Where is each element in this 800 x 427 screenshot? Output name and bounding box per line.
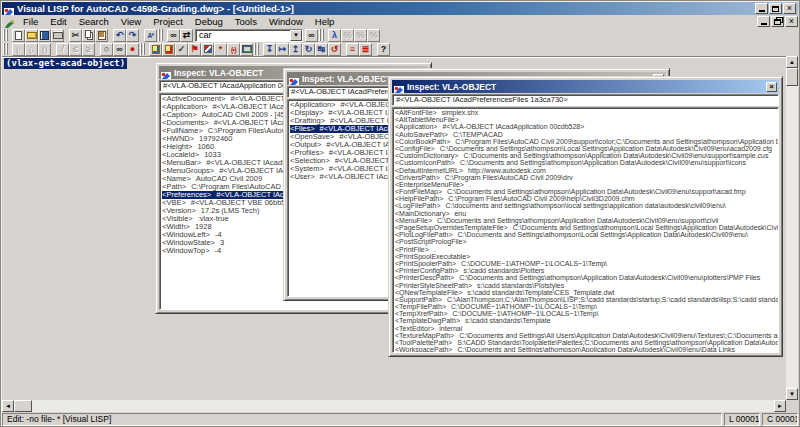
check-selection-button[interactable]: ⚑ (188, 43, 201, 56)
inspect-row[interactable]: <QNewTemplateFile>s:\cadd standards\Temp… (395, 289, 614, 296)
redo-button[interactable]: ↷ (126, 29, 139, 42)
menu-window[interactable]: Window (263, 15, 309, 28)
undo-button[interactable]: ↶ (113, 29, 126, 42)
close-icon[interactable]: × (766, 82, 777, 92)
select-expression-button[interactable]: ( ) (38, 43, 51, 56)
trace-button[interactable]: ● (126, 43, 139, 56)
scroll-right-button[interactable]: ► (774, 400, 786, 412)
menu-project[interactable]: Project (147, 15, 189, 28)
menu-debug[interactable]: Debug (189, 15, 229, 28)
add-watch-button[interactable]: ∞ (113, 43, 126, 56)
new-file-button[interactable] (12, 29, 25, 42)
reset-debug-button[interactable]: ↺ (328, 43, 341, 56)
inspect-row[interactable]: <PrinterConfigPath>s:\cadd standards\Plo… (395, 267, 544, 274)
vertical-scroll-thumb[interactable] (786, 68, 798, 86)
inspect-row[interactable]: <LogFilePath>C:\documents and settings\a… (395, 202, 726, 209)
inspect-row[interactable]: <TempFilePath>C:\DOCUME~1\ATHOMP~1\LOCAL… (395, 303, 597, 310)
help-button[interactable]: ? (377, 43, 390, 56)
close-button[interactable]: × (783, 3, 796, 14)
inspect-row[interactable]: <PageSetupOverridesTemplateFile>C:\Docum… (395, 224, 779, 231)
find-button[interactable]: ∞ (167, 29, 180, 42)
complete-word-button[interactable]: λ (328, 29, 341, 42)
complete-undo-button[interactable]: A* (144, 29, 157, 42)
trace-stack-button[interactable]: ≡ (346, 43, 359, 56)
horizontal-scroll-thumb[interactable] (14, 400, 32, 412)
inspect-row[interactable]: <ToolPalettePath>S:\CADD Standards\Toolp… (395, 339, 779, 346)
bookmark-next-button[interactable]: % (354, 29, 367, 42)
step-into-button[interactable]: ↧ (263, 43, 276, 56)
inspect-row[interactable]: <SupportPath>C:\AlanThompson;C:\AlanThom… (395, 296, 779, 303)
inspect-row[interactable]: <PrintSpoolExecutable> (395, 253, 475, 260)
inspect-row[interactable]: <PrintSpoolerPath>C:\DOCUME~1\ATHOMP~1\L… (395, 260, 607, 267)
format-edit-window-button[interactable] (201, 43, 214, 56)
menu-help[interactable]: Help (309, 15, 341, 28)
maximize-button[interactable] (769, 3, 782, 14)
inspect-row[interactable]: <AltTabletMenuFile> (395, 116, 464, 123)
inspect-row[interactable]: <DriversPath>C:\Program Files\AutoCAD Ci… (395, 174, 573, 181)
inspect-row[interactable]: <CustomIconPath>C:\Documents and Setting… (395, 159, 746, 166)
step-out-button[interactable]: ↥ (289, 43, 302, 56)
inspect-row[interactable]: <EnterpriseMenuFile>. (395, 181, 471, 188)
mdi-restore-button[interactable] (771, 16, 784, 27)
open-file-button[interactable] (25, 29, 38, 42)
scroll-down-button[interactable]: ▼ (786, 388, 798, 400)
comment-selection-button[interactable]: (•) (227, 43, 240, 56)
step-over-button[interactable]: ↦ (276, 43, 289, 56)
continue-button[interactable]: ↻ (302, 43, 315, 56)
inspect-row[interactable]: <TextureMapPath>C:\Documents and Setting… (395, 332, 779, 339)
paste-button[interactable] (95, 29, 108, 42)
mdi-minimize-button[interactable] (757, 16, 770, 27)
inspect-row[interactable]: <PrinterDescPath>C:\Documents and Settin… (395, 274, 760, 281)
match-paren-backward-button[interactable]: (↓ (25, 43, 38, 56)
inspect-row[interactable]: <FontFileMap>C:\Documents and Settings\a… (395, 188, 746, 195)
activate-autocad-button[interactable] (240, 43, 253, 56)
apropos-button[interactable]: ○ (100, 43, 113, 56)
indent-block-button[interactable]: ≥ (82, 43, 95, 56)
copy-button[interactable] (82, 29, 95, 42)
save-file-button[interactable] (38, 29, 51, 42)
menu-edit[interactable]: Edit (44, 15, 72, 28)
inspect-row[interactable]: <MainDictionary>enu (395, 210, 466, 217)
inspect3-titlebar[interactable]: Inspect: VLA-OBJECT × (392, 80, 779, 93)
cut-button[interactable]: ✂ (69, 29, 82, 42)
find-combo-value[interactable]: car (196, 30, 290, 40)
chevron-down-icon[interactable]: ▼ (290, 30, 302, 41)
match-paren-forward-button[interactable]: (↑ (12, 43, 25, 56)
menu-tools[interactable]: Tools (229, 15, 263, 28)
inspect-row[interactable]: <ColorBookPath>C:\Program Files\AutoCAD … (395, 138, 779, 145)
inspect-row[interactable]: <AutoSavePath>C:\TEMP\ACAD (395, 131, 503, 138)
minimize-button[interactable] (755, 3, 768, 14)
main-titlebar[interactable]: Visual LISP for AutoCAD <4598-Grading.dw… (2, 2, 798, 15)
inspect-row[interactable]: <Application>#<VLA-OBJECT IAcadApplicati… (395, 123, 584, 130)
horizontal-scrollbar[interactable]: ◄ ► (2, 400, 786, 412)
inspect-row[interactable]: <TempXrefPath>C:\DOCUME~1\ATHOMP~1\LOCAL… (395, 310, 598, 317)
comment-block-button[interactable]: / (56, 43, 69, 56)
load-selection-button[interactable] (162, 43, 175, 56)
menu-file[interactable]: File (17, 15, 44, 28)
check-edit-window-button[interactable]: ✓ (175, 43, 188, 56)
mdi-close-button[interactable]: × (785, 16, 798, 27)
inspect-row[interactable]: <PostScriptPrologFile> (395, 238, 472, 245)
inspect-row[interactable]: <HelpFilePath>C:\Program Files\AutoCAD C… (395, 195, 635, 202)
find-toolbar-button[interactable]: ∞ (305, 29, 318, 42)
menu-search[interactable]: Search (73, 15, 115, 28)
inspect-row[interactable]: <WorkspacePath>C:\Documents and Settings… (395, 346, 735, 353)
uncomment-block-button[interactable]: ≤ (69, 43, 82, 56)
replace-button[interactable]: ⇄ (180, 29, 193, 42)
vertical-scrollbar[interactable]: ▲ ▼ (786, 56, 798, 400)
scroll-left-button[interactable]: ◄ (2, 400, 14, 412)
bookmark-toggle-button[interactable]: % (341, 29, 354, 42)
format-selection-button[interactable]: * (214, 43, 227, 56)
inspect-window-preferences-files[interactable]: Inspect: VLA-OBJECT × #<VLA-OBJECT IAcad… (388, 76, 783, 357)
inspect-row[interactable]: <PlotLogFilePath>C:\Documents and Settin… (395, 231, 748, 238)
inspect-row[interactable]: <PrintFile>. (395, 246, 436, 253)
inspect-row[interactable]: <AltFontFile>simplex.shx (395, 109, 478, 116)
quit-debug-button[interactable]: ↹ (315, 43, 328, 56)
scroll-up-button[interactable]: ▲ (786, 56, 798, 68)
inspect-row[interactable]: <TextEditor>internal (395, 325, 462, 332)
inspect-row[interactable]: <MenuFile>C:\Documents and Settings\atho… (395, 217, 718, 224)
menu-view[interactable]: View (115, 15, 147, 28)
inspect-row[interactable]: <PrinterStyleSheetPath>s:\cadd standards… (395, 282, 564, 289)
print-button[interactable] (51, 29, 64, 42)
inspect-row[interactable]: <WindowTop>-4 (162, 247, 221, 255)
